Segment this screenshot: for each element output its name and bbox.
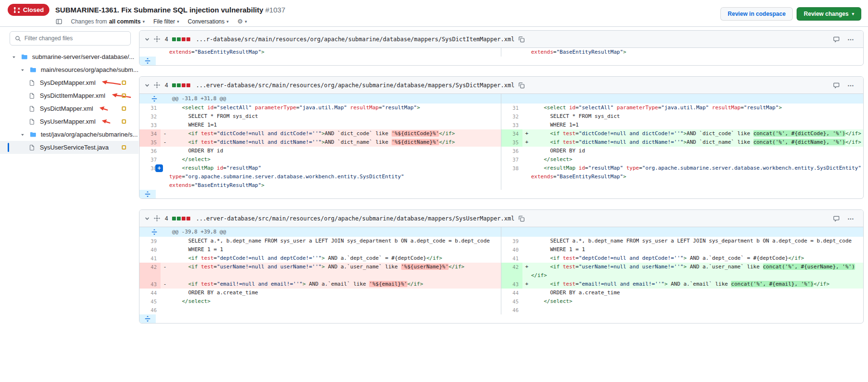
file-path-link[interactable]: ...erver-database/src/main/resources/org… (196, 215, 515, 222)
chevron-down-icon[interactable] (20, 132, 27, 137)
collapse-file-chevron-icon[interactable] (144, 82, 150, 88)
line-number[interactable]: 33 (139, 121, 161, 129)
review-changes-button[interactable]: Review changes ▾ (797, 7, 861, 21)
line-number[interactable]: 33 (501, 121, 522, 129)
file-path-link[interactable]: ...erver-database/src/main/resources/org… (196, 82, 515, 89)
line-number[interactable]: 39 (501, 237, 522, 245)
line-number[interactable]: 46 (501, 306, 522, 314)
collapse-file-chevron-icon[interactable] (144, 216, 150, 221)
expand-hunk-button[interactable] (139, 227, 169, 237)
line-number[interactable]: 37 (501, 155, 522, 164)
drag-handle-icon[interactable] (154, 215, 160, 221)
tree-item-test-java-org-apache-submarine-s[interactable]: test/java/org/apache/submarine/s... (0, 128, 139, 141)
diff-row: 40 WHERE 1 = 140 WHERE 1 = 1 (139, 245, 863, 254)
line-number[interactable]: 41 (139, 254, 161, 263)
line-number[interactable]: 32 (139, 112, 161, 121)
kebab-menu-icon[interactable]: ⋯ (847, 215, 855, 222)
collapse-file-chevron-icon[interactable] (144, 36, 150, 42)
modified-file-badge (122, 106, 126, 111)
diff-marker: + (522, 280, 531, 289)
line-number[interactable]: 35 (501, 138, 522, 147)
copy-path-icon[interactable] (518, 36, 525, 43)
tree-item-sysdeptmapper-xml[interactable]: SysDeptMapper.xml (0, 76, 139, 89)
file-filter-menu[interactable]: File filter ▾ (153, 18, 179, 25)
folder-icon (21, 54, 29, 60)
kebab-menu-icon[interactable]: ⋯ (847, 81, 855, 89)
diff-side-left: 41 <if test="deptCode!=null and deptCode… (139, 254, 501, 263)
expand-hunk-button[interactable] (139, 94, 169, 104)
drag-handle-icon[interactable] (154, 36, 160, 42)
kebab-menu-icon[interactable]: ⋯ (847, 35, 855, 43)
diff-side-right: 36 ORDER BY id (501, 147, 863, 155)
line-number[interactable]: 32 (501, 112, 522, 121)
file-path-link[interactable]: ...r-database/src/main/resources/org/apa… (196, 36, 515, 43)
line-number[interactable]: 45 (139, 297, 161, 306)
tree-item-submarine-server-server-database[interactable]: submarine-server/server-database/... (0, 50, 139, 63)
expand-diff-button[interactable] (139, 57, 156, 65)
line-number[interactable]: 41 (501, 254, 522, 263)
line-number[interactable]: 46 (139, 306, 161, 314)
tree-item-sysdictmapper-xml[interactable]: SysDictMapper.xml (0, 102, 139, 115)
tree-item-sysdictitemmapper-xml[interactable]: SysDictItemMapper.xml (0, 89, 139, 102)
add-line-comment-button[interactable]: + (155, 164, 163, 172)
line-number[interactable]: 35 (139, 138, 161, 147)
diff-marker (161, 112, 169, 121)
diff-body: @@ -31,8 +31,8 @@31 <select id="selectAl… (139, 94, 863, 198)
diff-side-right: 32 SELECT * FROM sys_dict (501, 112, 863, 121)
file-tree-sidebar: submarine-server/server-database/...main… (0, 27, 139, 154)
line-number[interactable]: 39 (139, 237, 161, 245)
line-number[interactable]: 38 (501, 164, 522, 190)
sidebar-toggle-icon[interactable] (56, 18, 62, 25)
tree-item-main-resources-org-apache-subm[interactable]: main/resources/org/apache/subm... (0, 63, 139, 76)
diff-row: 45 </select>45 </select> (139, 297, 863, 306)
line-number[interactable]: 43 (501, 280, 522, 289)
diff-side-right: 43+ <if test="email!=null and email!=''"… (501, 280, 863, 289)
review-in-codespace-button[interactable]: Review in codespace (720, 7, 793, 21)
line-number[interactable]: 34 (501, 129, 522, 138)
comment-icon[interactable] (833, 36, 840, 43)
changes-from-menu[interactable]: Changes from all commits ▾ (71, 18, 145, 25)
line-number[interactable]: 31 (139, 104, 161, 112)
line-number[interactable]: 40 (501, 245, 522, 254)
line-number[interactable] (139, 48, 161, 57)
tree-item-sysuserservicetest-java[interactable]: SysUserServiceTest.java (0, 141, 139, 154)
line-number[interactable]: 44 (139, 289, 161, 297)
diff-row: 4646 (139, 306, 863, 314)
chevron-down-icon[interactable] (20, 68, 27, 72)
line-number[interactable]: 36 (501, 147, 522, 155)
line-number[interactable]: 37 (139, 155, 161, 164)
line-number[interactable]: 31 (501, 104, 522, 112)
line-number[interactable]: 36 (139, 147, 161, 155)
line-number[interactable] (501, 48, 522, 57)
tree-item-label: SysUserMapper.xml (40, 118, 95, 125)
line-number[interactable]: 45 (501, 297, 522, 306)
diff-marker (522, 147, 531, 155)
diff-side-left: 38+ <resultMap id="resultMap" type="org.… (139, 164, 501, 190)
copy-path-icon[interactable] (518, 215, 525, 222)
diff-marker (522, 306, 531, 314)
file-filter-box (10, 31, 131, 46)
tree-item-sysusermapper-xml[interactable]: SysUserMapper.xml (0, 115, 139, 128)
code-line: ORDER BY id (531, 147, 863, 155)
diff-settings-gear-icon[interactable]: ⚙ ▾ (237, 18, 247, 25)
line-number[interactable]: 40 (139, 245, 161, 254)
chevron-down-icon[interactable] (12, 55, 18, 59)
line-number[interactable]: 43 (139, 280, 161, 289)
line-number[interactable]: 44 (501, 289, 522, 297)
expand-diff-button[interactable] (139, 314, 156, 323)
filter-files-input[interactable] (24, 35, 126, 42)
file-icon (29, 118, 37, 125)
diff-file-header: 4...erver-database/src/main/resources/or… (139, 77, 863, 94)
comment-icon[interactable] (833, 215, 840, 222)
copy-path-icon[interactable] (518, 82, 525, 89)
line-number[interactable]: 42 (139, 263, 161, 280)
expand-diff-button[interactable] (139, 190, 156, 198)
drag-handle-icon[interactable] (154, 82, 160, 88)
conversations-menu[interactable]: Conversations ▾ (188, 18, 229, 25)
diff-file-header: 4...erver-database/src/main/resources/or… (139, 210, 863, 227)
comment-icon[interactable] (833, 82, 840, 89)
line-number[interactable]: 38+ (139, 164, 161, 190)
line-number[interactable]: 34 (139, 129, 161, 138)
line-number[interactable]: 42 (501, 263, 522, 280)
diff-side-right: extends="BaseEntityResultMap"> (501, 48, 863, 57)
